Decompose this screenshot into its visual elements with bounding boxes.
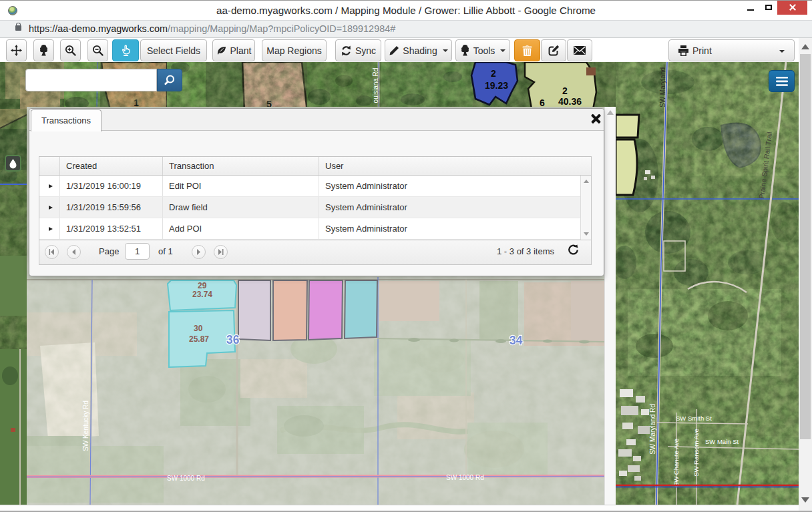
- svg-text:SW Kentucky Rd: SW Kentucky Rd: [82, 401, 89, 451]
- svg-text:6: 6: [540, 97, 545, 108]
- svg-text:36: 36: [226, 333, 240, 346]
- svg-text:SW Ransom Ave: SW Ransom Ave: [692, 429, 700, 477]
- svg-text:40.36: 40.36: [558, 96, 582, 107]
- svg-text:25.87: 25.87: [189, 334, 209, 344]
- svg-text:2: 2: [491, 68, 496, 79]
- svg-text:29: 29: [198, 281, 207, 290]
- svg-text:SW Chanute Ave: SW Chanute Ave: [672, 439, 680, 487]
- svg-text:SW Smith St: SW Smith St: [676, 415, 712, 422]
- svg-text:ouisiana Rd: ouisiana Rd: [372, 68, 379, 103]
- svg-text:SW 1000 Rd: SW 1000 Rd: [446, 474, 484, 481]
- svg-text:34: 34: [510, 334, 523, 347]
- svg-text:19.23: 19.23: [485, 80, 508, 91]
- svg-text:30: 30: [194, 324, 203, 333]
- svg-text:2: 2: [562, 85, 568, 96]
- svg-text:SW 1000 Rd: SW 1000 Rd: [167, 475, 205, 482]
- svg-text:23.74: 23.74: [192, 290, 212, 299]
- svg-text:SW Main St: SW Main St: [705, 438, 739, 445]
- svg-text:SW Maryland: SW Maryland: [659, 67, 666, 107]
- svg-text:SW Maryland Rd: SW Maryland Rd: [649, 404, 656, 455]
